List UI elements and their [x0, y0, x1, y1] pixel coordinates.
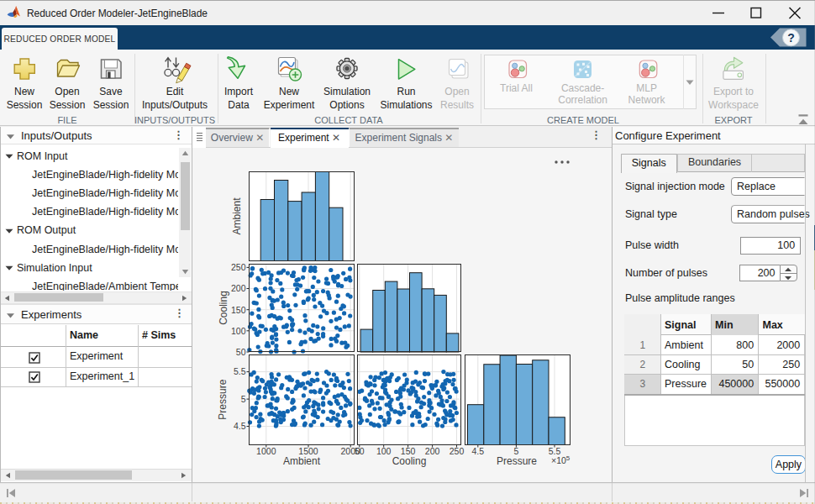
svg-text:Cooling: Cooling: [392, 455, 427, 467]
svg-text:5.5: 5.5: [234, 366, 246, 376]
svg-text:Ambient: Ambient: [231, 197, 243, 235]
svg-text:×105: ×105: [551, 454, 570, 465]
svg-text:250: 250: [450, 446, 465, 456]
svg-text:5: 5: [241, 394, 246, 404]
svg-text:4.5: 4.5: [234, 421, 246, 431]
svg-text:200: 200: [425, 446, 440, 456]
svg-text:50: 50: [236, 347, 246, 357]
svg-text:50: 50: [355, 446, 365, 456]
svg-text:Pressure: Pressure: [497, 455, 537, 467]
svg-text:1000: 1000: [256, 446, 276, 456]
svg-text:Pressure: Pressure: [218, 379, 229, 419]
svg-text:4.5: 4.5: [471, 446, 484, 456]
svg-text:100: 100: [376, 446, 392, 456]
svg-text:250: 250: [231, 262, 246, 272]
svg-text:100: 100: [231, 326, 246, 336]
svg-text:Ambient: Ambient: [283, 455, 321, 467]
svg-text:?: ?: [787, 31, 795, 45]
svg-text:150: 150: [231, 305, 246, 315]
svg-text:200: 200: [231, 283, 246, 293]
svg-text:Cooling: Cooling: [218, 291, 229, 325]
